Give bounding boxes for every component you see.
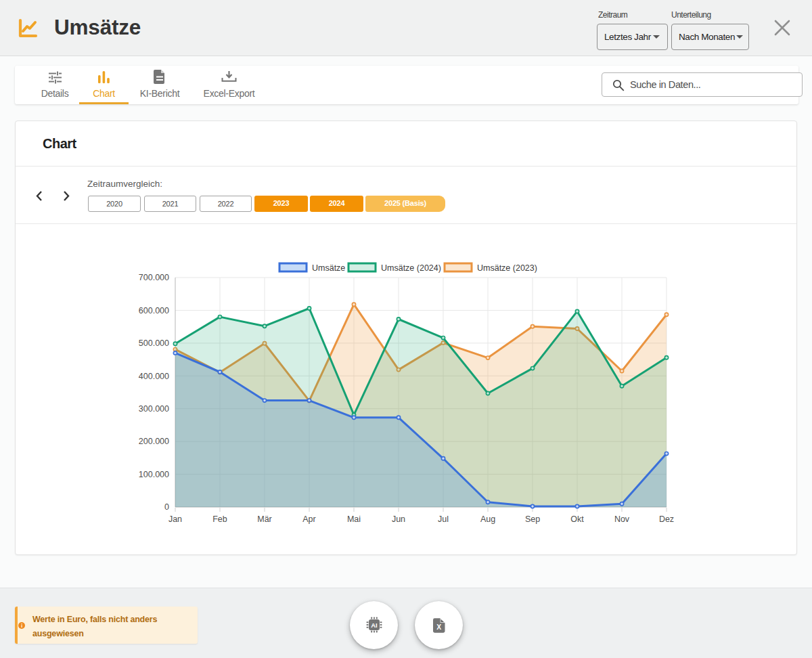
svg-text:Mär: Mär xyxy=(257,514,272,524)
svg-text:600.000: 600.000 xyxy=(139,306,169,315)
svg-text:Umsätze (2023): Umsätze (2023) xyxy=(477,263,537,273)
svg-text:Aug: Aug xyxy=(480,514,495,524)
svg-text:500.000: 500.000 xyxy=(139,338,169,348)
svg-text:Jul: Jul xyxy=(438,514,449,524)
svg-text:Mai: Mai xyxy=(347,514,361,524)
svg-text:Dez: Dez xyxy=(659,514,674,524)
svg-text:X: X xyxy=(436,623,441,631)
svg-text:AI: AI xyxy=(371,621,378,629)
svg-text:Jan: Jan xyxy=(168,514,182,524)
svg-text:Okt: Okt xyxy=(570,514,584,524)
svg-text:700.000: 700.000 xyxy=(139,273,169,282)
svg-text:Sep: Sep xyxy=(525,514,540,524)
svg-text:Umsätze: Umsätze xyxy=(312,263,345,273)
svg-text:100.000: 100.000 xyxy=(139,470,169,479)
svg-text:200.000: 200.000 xyxy=(139,437,169,446)
svg-text:Umsätze (2024): Umsätze (2024) xyxy=(381,263,441,273)
svg-text:0: 0 xyxy=(164,502,169,512)
svg-text:400.000: 400.000 xyxy=(139,372,169,381)
svg-text:Apr: Apr xyxy=(302,514,315,524)
svg-text:Jun: Jun xyxy=(392,514,405,524)
svg-text:300.000: 300.000 xyxy=(139,404,169,414)
svg-text:Nov: Nov xyxy=(614,514,630,524)
svg-text:Feb: Feb xyxy=(212,514,227,524)
